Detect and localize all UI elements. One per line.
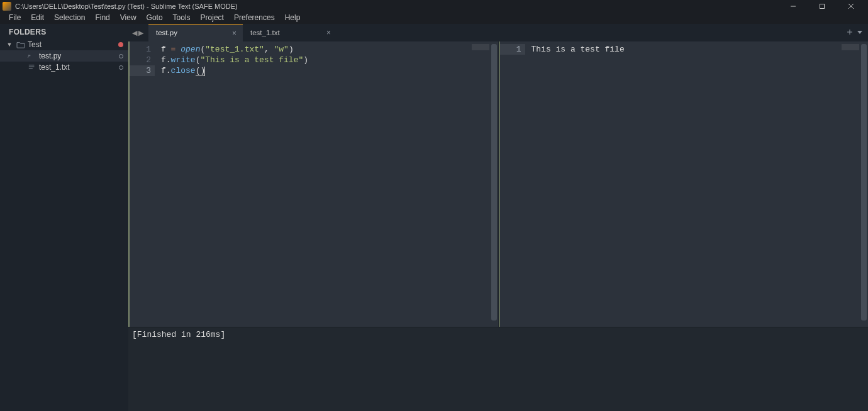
tree-file-test-py[interactable]: /* test.py [0,50,128,62]
close-icon[interactable]: × [231,29,238,38]
sidebar: FOLDERS ▼ Test /* test.py [0,24,128,411]
folder-icon [15,41,26,48]
chevron-down-icon[interactable]: ▼ [4,41,15,48]
code-area[interactable]: This is a test file [525,41,869,327]
menu-project[interactable]: Project [196,13,229,23]
window-controls [779,0,865,13]
menu-preferences[interactable]: Preferences [229,13,280,23]
line-number: 1 [130,44,151,55]
menu-goto[interactable]: Goto [142,13,168,23]
folder-tree: ▼ Test /* test.py test_1.t [0,39,128,73]
svg-text:/*: /* [28,54,31,58]
tree-label: test_1.txt [38,63,119,72]
menu-edit[interactable]: Edit [26,13,49,23]
tree-file-test1-txt[interactable]: test_1.txt [0,62,128,73]
tree-label: test.py [38,52,119,60]
text-cursor [204,67,205,75]
title-bar: C:\Users\DELL\Desktop\Test\test.py (Test… [0,0,868,13]
window-title: C:\Users\DELL\Desktop\Test\test.py (Test… [15,3,238,10]
tree-label: Test [26,40,118,49]
menu-file[interactable]: File [4,13,26,23]
svg-rect-1 [820,4,825,9]
tab-history-nav: ◀ ▶ [128,24,148,41]
nav-back-icon[interactable]: ◀ [132,29,137,37]
nav-forward-icon[interactable]: ▶ [138,29,143,37]
svg-marker-10 [857,31,862,34]
python-file-icon: /* [26,52,38,60]
maximize-button[interactable] [808,0,837,13]
menu-bar: File Edit Selection Find View Goto Tools… [0,13,868,24]
line-number: 3 [130,65,155,76]
minimize-button[interactable] [779,0,808,13]
tab-test-py[interactable]: test.py × [148,24,243,41]
text-file-icon [26,63,38,71]
tab-dropdown-icon[interactable] [857,28,863,37]
open-indicator-icon [119,54,123,58]
tab-label: test_1.txt [250,29,325,36]
close-icon[interactable]: × [325,28,332,37]
editor-pane-left[interactable]: 1 2 3 f = open("test_1.txt", "w") f.writ… [128,41,498,327]
new-tab-icon[interactable] [847,28,853,37]
menu-view[interactable]: View [115,13,142,23]
line-gutter: 1 2 3 [128,41,155,327]
minimap[interactable] [842,44,859,50]
close-button[interactable] [837,0,865,13]
editor-region: ◀ ▶ test.py × test_1.txt × [128,24,868,411]
line-gutter: 1 [499,41,525,327]
tab-test1-txt[interactable]: test_1.txt × [243,24,337,41]
tree-folder-test[interactable]: ▼ Test [0,39,128,50]
scrollbar-thumb[interactable] [861,44,867,321]
menu-tools[interactable]: Tools [168,13,196,23]
line-number: 1 [500,44,525,55]
open-indicator-icon [119,65,123,70]
tab-label: test.py [156,29,231,36]
app-icon [3,2,11,11]
editor-pane-right[interactable]: 1 This is a test file [498,41,869,327]
build-output-panel[interactable]: [Finished in 216ms] [128,327,868,411]
menu-help[interactable]: Help [280,13,306,23]
tab-bar: ◀ ▶ test.py × test_1.txt × [128,24,868,41]
sidebar-header: FOLDERS [0,24,128,39]
modified-dot-icon [118,42,123,47]
scrollbar-thumb[interactable] [491,44,497,321]
output-text: [Finished in 216ms] [132,330,225,339]
menu-selection[interactable]: Selection [49,13,90,23]
menu-find[interactable]: Find [90,13,114,23]
code-area[interactable]: f = open("test_1.txt", "w") f.write("Thi… [155,41,498,327]
line-number: 2 [130,55,151,65]
minimap[interactable] [472,44,489,50]
